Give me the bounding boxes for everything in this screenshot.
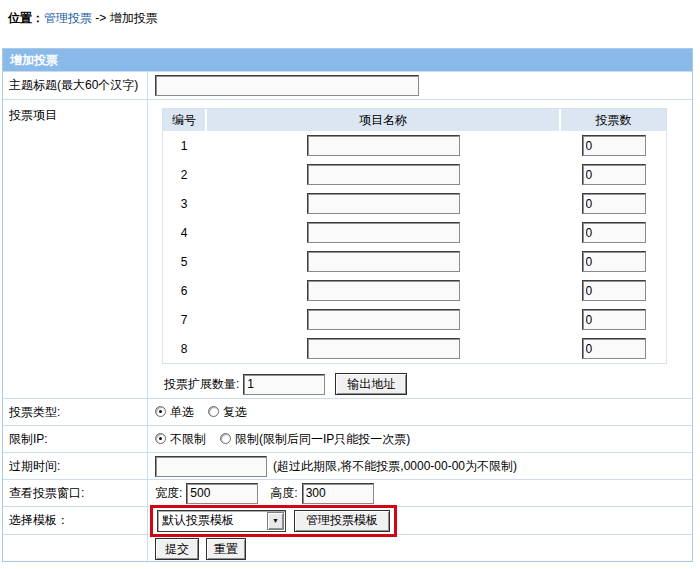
expire-time-label: 过期时间: (3, 453, 148, 479)
vote-type-label: 投票类型: (3, 399, 148, 425)
template-select[interactable]: 默认投票模板 ▼ (157, 510, 286, 532)
item-name-input[interactable] (307, 251, 460, 272)
limit-ip-row: 限制IP: 不限制 限制 (限制后同一IP只能投一次票) (3, 425, 692, 452)
item-number: 2 (163, 168, 205, 182)
item-votes-input[interactable] (582, 193, 646, 214)
limit-ip-note: (限制后同一IP只能投一次票) (259, 431, 410, 448)
radio-multi-choice[interactable] (208, 406, 219, 417)
col-header-number: 编号 (163, 109, 205, 131)
item-votes-input[interactable] (582, 164, 646, 185)
items-row: 投票项目 编号 项目名称 投票数 1 2 (3, 99, 692, 398)
vote-item-row: 2 (163, 160, 666, 189)
vote-item-row: 1 (163, 131, 666, 160)
actions-label-empty (3, 535, 148, 563)
vote-item-row: 3 (163, 189, 666, 218)
item-votes-input[interactable] (582, 309, 646, 330)
item-number: 7 (163, 313, 205, 327)
radio-limit[interactable] (220, 433, 231, 444)
item-votes-input[interactable] (582, 222, 646, 243)
vote-item-row: 7 (163, 305, 666, 334)
radio-no-limit[interactable] (155, 433, 166, 444)
item-number: 5 (163, 255, 205, 269)
radio-limit-label: 限制 (235, 432, 259, 446)
expand-count-row: 投票扩展数量: 输出地址 (164, 373, 692, 395)
height-label: 高度: (270, 485, 297, 502)
radio-no-limit-label: 不限制 (170, 432, 206, 446)
limit-ip-label: 限制IP: (3, 426, 148, 452)
radio-single-choice[interactable] (155, 406, 166, 417)
item-votes-input[interactable] (582, 280, 646, 301)
highlight-red-box: 默认投票模板 ▼ 管理投票模板 (150, 505, 397, 537)
col-header-item-name: 项目名称 (207, 109, 559, 131)
template-select-value: 默认投票模板 (158, 512, 267, 529)
expire-time-note: (超过此期限,将不能投票,0000-00-00为不限制) (273, 458, 517, 475)
expand-count-label: 投票扩展数量: (164, 376, 239, 393)
height-input[interactable] (302, 483, 374, 504)
add-vote-panel: 增加投票 主题标题(最大60个汉字) 投票项目 编号 项目名称 投票数 1 (2, 48, 693, 562)
manage-templates-button[interactable]: 管理投票模板 (294, 510, 390, 532)
expand-count-input[interactable] (243, 374, 325, 395)
topic-label: 主题标题(最大60个汉字) (3, 72, 148, 99)
vote-item-row: 6 (163, 276, 666, 305)
vote-window-label: 查看投票窗口: (3, 480, 148, 506)
vote-items-table: 编号 项目名称 投票数 1 2 3 (162, 108, 667, 364)
vote-item-row: 8 (163, 334, 666, 363)
vote-type-row: 投票类型: 单选 复选 (3, 398, 692, 425)
output-address-button[interactable]: 输出地址 (335, 373, 407, 395)
item-votes-input[interactable] (582, 251, 646, 272)
vote-item-row: 5 (163, 247, 666, 276)
item-name-input[interactable] (307, 338, 460, 359)
items-label: 投票项目 (3, 100, 148, 398)
breadcrumb-separator: -> (92, 11, 110, 25)
submit-button[interactable]: 提交 (155, 538, 199, 560)
item-name-input[interactable] (307, 309, 460, 330)
reset-button[interactable]: 重置 (206, 538, 246, 560)
topic-row: 主题标题(最大60个汉字) (3, 71, 692, 99)
item-number: 8 (163, 342, 205, 356)
vote-item-row: 4 (163, 218, 666, 247)
item-name-input[interactable] (307, 193, 460, 214)
item-name-input[interactable] (307, 222, 460, 243)
template-row: 选择模板： 默认投票模板 ▼ 管理投票模板 (3, 506, 692, 534)
actions-row: 提交 重置 (3, 534, 692, 563)
radio-single-choice-label: 单选 (170, 405, 194, 419)
radio-multi-choice-label: 复选 (223, 405, 247, 419)
width-label: 宽度: (155, 485, 182, 502)
breadcrumb-current: 增加投票 (110, 11, 158, 25)
breadcrumb-link-manage-votes[interactable]: 管理投票 (44, 11, 92, 25)
item-name-input[interactable] (307, 164, 460, 185)
item-number: 6 (163, 284, 205, 298)
item-number: 4 (163, 226, 205, 240)
items-header-row: 编号 项目名称 投票数 (163, 109, 666, 131)
expire-time-row: 过期时间: (超过此期限,将不能投票,0000-00-00为不限制) (3, 452, 692, 479)
topic-input[interactable] (155, 75, 419, 96)
breadcrumb: 位置：管理投票 -> 增加投票 (8, 10, 158, 27)
item-name-input[interactable] (307, 135, 460, 156)
template-label: 选择模板： (3, 507, 148, 534)
item-number: 3 (163, 197, 205, 211)
vote-window-row: 查看投票窗口: 宽度: 高度: (3, 479, 692, 506)
col-header-vote-count: 投票数 (561, 109, 666, 131)
panel-title: 增加投票 (3, 49, 692, 71)
item-votes-input[interactable] (582, 135, 646, 156)
item-name-input[interactable] (307, 280, 460, 301)
item-votes-input[interactable] (582, 338, 646, 359)
width-input[interactable] (186, 483, 258, 504)
expire-time-input[interactable] (155, 456, 267, 477)
item-number: 1 (163, 139, 205, 153)
breadcrumb-prefix: 位置： (8, 11, 44, 25)
chevron-down-icon[interactable]: ▼ (267, 512, 284, 530)
